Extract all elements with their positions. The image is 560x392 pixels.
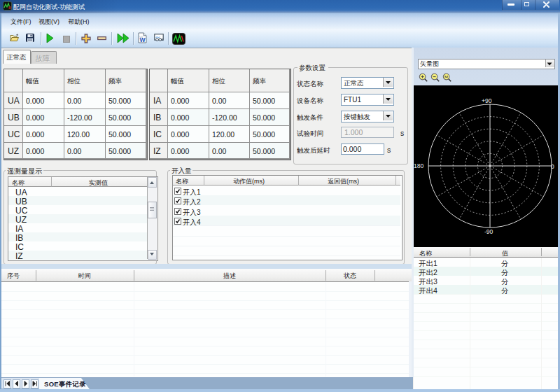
svg-text:W: W xyxy=(140,36,146,43)
